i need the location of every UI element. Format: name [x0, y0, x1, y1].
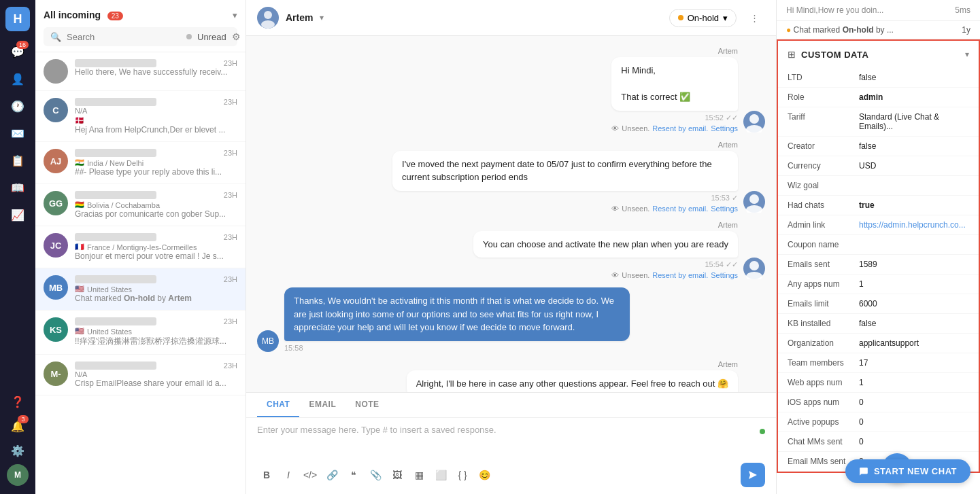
custom-data-collapse-icon[interactable]: ▾ — [965, 50, 969, 59]
conv-time: 23H — [224, 275, 237, 283]
data-row-teammembers: Team members 17 — [778, 353, 979, 373]
bold-button[interactable]: B — [257, 465, 276, 484]
msg-time: 15:54 ✓✓ — [473, 260, 738, 269]
settings-link[interactable]: Settings — [711, 271, 738, 279]
msg-status: 👁 Unseen. Resent by email. Settings — [473, 271, 738, 279]
chat-input-placeholder[interactable]: Enter your message here. Type # to inser… — [257, 425, 496, 435]
data-val: 6000 — [859, 299, 969, 308]
history-icon: 🕐 — [11, 100, 24, 113]
conversation-item[interactable]: 23H Hello there, We have successfully re… — [35, 52, 246, 91]
agent-avatar — [743, 111, 765, 133]
right-panel-status: ● Chat marked On-hold by ... 1y — [777, 21, 980, 39]
flag-location: 🇧🇴Bolivia / Cochabamba — [75, 200, 237, 209]
image-button[interactable]: 🖼 — [388, 465, 407, 484]
code-button[interactable]: </> — [301, 465, 320, 484]
unseen-icon: 👁 — [611, 124, 619, 133]
onhold-time: 1y — [962, 25, 970, 35]
attachment-button[interactable]: 📎 — [366, 465, 385, 484]
data-val: false — [859, 319, 969, 328]
conversation-item[interactable]: C 23H N/A 🇩🇰 Hej Ana from HelpCrunch,Der… — [35, 91, 246, 142]
data-val: 0 — [859, 417, 969, 427]
conversation-item[interactable]: AJ 23H 🇮🇳India / New Delhi ##- Please ty… — [35, 142, 246, 184]
data-row-organization: Organization applicantsupport — [778, 334, 979, 353]
sidebar-item-settings[interactable]: ⚙️ — [5, 438, 30, 463]
svg-point-2 — [749, 114, 759, 124]
agent-dropdown-icon[interactable]: ▾ — [320, 13, 324, 22]
unseen-icon: 👁 — [611, 205, 619, 213]
send-button[interactable] — [741, 463, 765, 487]
admin-link[interactable]: https://admin.helpcrunch.co... — [859, 220, 969, 230]
message-row: MB Thanks, We wouldn't be activating it … — [257, 287, 765, 352]
conv-avatar: C — [44, 98, 68, 122]
start-new-chat-button[interactable]: START NEW CHAT — [845, 459, 970, 483]
tab-note[interactable]: NOTE — [345, 393, 388, 417]
data-val: false — [859, 73, 969, 82]
data-row-emailssent: Emails sent 1589 — [778, 255, 979, 275]
conv-name-blur — [75, 98, 156, 106]
conv-preview: Bonjour et merci pour votre email ! Je s… — [75, 251, 237, 261]
search-input[interactable] — [67, 32, 181, 42]
resend-link[interactable]: Resent by email. — [652, 271, 708, 279]
sidebar-item-send[interactable]: ✉️ — [5, 121, 30, 145]
sidebar-item-notes[interactable]: 📋 — [5, 148, 30, 173]
sidebar-item-analytics[interactable]: 📈 — [5, 202, 30, 227]
dropdown-chevron-icon[interactable]: ▾ — [233, 10, 237, 20]
resend-link[interactable]: Resent by email. — [652, 205, 708, 213]
conversation-item[interactable]: GG 23H 🇧🇴Bolivia / Cochabamba Gracias po… — [35, 184, 246, 226]
data-row-activepopups: Active popups 0 — [778, 412, 979, 432]
resend-link[interactable]: Resent by email. — [652, 124, 708, 133]
conversation-item-active[interactable]: MB 23H 🇺🇸United States Chat marked On-ho… — [35, 268, 246, 311]
italic-button[interactable]: I — [279, 465, 298, 484]
data-val: applicantsupport — [859, 338, 969, 348]
agent-avatar — [743, 258, 765, 279]
data-key: Currency — [788, 161, 859, 171]
message-bubble: Alright, I'll be here in case any other … — [407, 370, 738, 393]
table-button[interactable]: ▦ — [409, 465, 428, 484]
data-val: 1589 — [859, 260, 969, 269]
conv-preview: Hej Ana from HelpCrunch,Der er blevet ..… — [75, 125, 237, 135]
sidebar-item-kb[interactable]: 📖 — [5, 175, 30, 200]
emoji-button[interactable]: 😊 — [475, 465, 494, 484]
user-avatar-sidebar[interactable]: M — [5, 463, 30, 487]
conv-preview: !!痒湿'湿滴攥淋雷澎獸桥浮掠浩搡灌源球... — [75, 336, 237, 347]
conv-avatar: GG — [44, 191, 68, 215]
conversation-item[interactable]: M- 23H N/A Crisp EmailPlease share your … — [35, 355, 246, 395]
code-block-button[interactable]: { } — [453, 465, 472, 484]
data-row-appsnum: Any apps num 1 — [778, 275, 979, 294]
more-options-button[interactable]: ⋮ — [743, 7, 765, 29]
data-key: Chat MMs sent — [788, 437, 859, 446]
settings-link[interactable]: Settings — [711, 124, 738, 133]
custom-data-icon: ⊞ — [788, 49, 796, 60]
sidebar-item-notifications[interactable]: 🔔 3 — [5, 414, 30, 438]
conv-name-blur — [75, 233, 156, 241]
quote-button[interactable]: ❝ — [344, 465, 363, 484]
tab-chat[interactable]: CHAT — [257, 393, 299, 417]
conv-time: 23H — [224, 361, 237, 370]
sidebar-item-help[interactable]: ❓ — [5, 389, 30, 414]
data-key: Wiz goal — [788, 181, 859, 190]
status-button[interactable]: On-hold ▾ — [669, 9, 737, 27]
msg-time: 15:53 ✓ — [392, 194, 738, 202]
filter-gear-icon[interactable]: ⚙ — [232, 31, 241, 42]
chat-badge: 16 — [16, 41, 29, 49]
custom-data-header[interactable]: ⊞ CUSTOM DATA ▾ — [777, 39, 980, 68]
search-bar: 🔍 Unread ⚙ — [44, 27, 237, 46]
link-button[interactable]: 🔗 — [322, 465, 341, 484]
data-key: Had chats — [788, 200, 859, 210]
settings-link[interactable]: Settings — [711, 205, 738, 213]
unread-label: Unread — [197, 32, 226, 42]
data-key: Tariff — [788, 112, 859, 122]
chat-header: Artem ▾ On-hold ▾ ⋮ — [246, 0, 776, 36]
data-row-ltd: LTD false — [778, 68, 979, 88]
svg-point-1 — [261, 20, 275, 29]
message-content: Thanks, We wouldn't be activating it thi… — [284, 287, 630, 352]
sidebar-item-chat[interactable]: 💬 16 — [5, 39, 30, 64]
conversation-item[interactable]: JC 23H 🇫🇷France / Montigny-les-Cormeille… — [35, 226, 246, 268]
more-format-button[interactable]: ⬜ — [431, 465, 450, 484]
data-row-chatmms: Chat MMs sent 0 — [778, 432, 979, 452]
sidebar-item-contacts[interactable]: 👤 — [5, 67, 30, 91]
conversation-item[interactable]: KS 23H 🇺🇸United States !!痒湿'湿滴攥淋雷澎獸桥浮掠浩搡… — [35, 311, 246, 355]
conv-info: 23H N/A 🇩🇰 Hej Ana from HelpCrunch,Der e… — [75, 98, 237, 135]
tab-email[interactable]: EMAIL — [299, 393, 345, 417]
sidebar-item-history[interactable]: 🕐 — [5, 94, 30, 118]
